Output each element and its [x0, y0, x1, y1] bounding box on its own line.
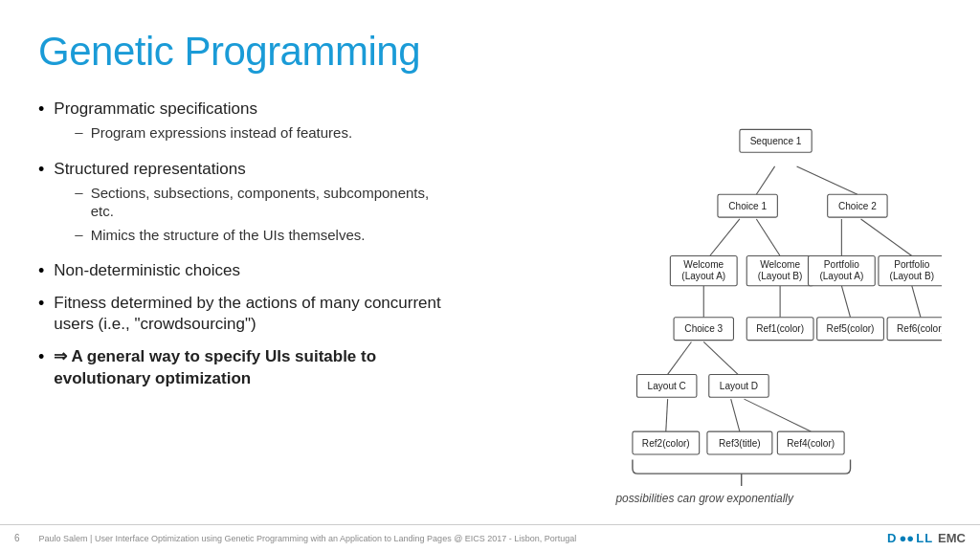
- bullet-dot-5: •: [38, 347, 44, 367]
- dell-brand: D: [887, 531, 897, 545]
- svg-line-10: [668, 342, 692, 374]
- node-portfolio-b: Portfolio (Layout B): [879, 256, 942, 286]
- node-ref5: Ref5(color): [817, 318, 884, 341]
- svg-text:Sequence 1: Sequence 1: [750, 136, 802, 146]
- svg-line-1: [797, 166, 858, 194]
- svg-text:Portfolio: Portfolio: [824, 259, 859, 270]
- node-choice3: Choice 3: [674, 318, 733, 341]
- svg-text:Ref3(title): Ref3(title): [719, 438, 761, 449]
- node-choice2: Choice 2: [828, 194, 887, 217]
- bullet-2: • Structured representations – Sections,…: [38, 159, 450, 250]
- slide: Genetic Programming • Programmatic speci…: [0, 0, 980, 551]
- svg-text:(Layout B): (Layout B): [758, 271, 803, 281]
- svg-line-12: [666, 399, 668, 431]
- svg-text:Welcome: Welcome: [683, 259, 724, 270]
- svg-line-0: [756, 166, 774, 194]
- left-panel: • Programmatic specifications – Program …: [38, 94, 450, 520]
- footer-text: Paulo Salem | User Interface Optimizatio…: [39, 534, 577, 543]
- node-ref2: Ref2(color): [633, 431, 700, 454]
- bullet-dot-3: •: [38, 261, 44, 281]
- node-ref1: Ref1(color): [746, 318, 813, 341]
- svg-text:(Layout A): (Layout A): [681, 271, 725, 281]
- svg-text:Layout D: Layout D: [720, 381, 758, 391]
- page-number: 6: [14, 533, 20, 543]
- bullet-text-4: Fitness determined by the actions of man…: [54, 293, 450, 335]
- content-area: • Programmatic specifications – Program …: [38, 94, 942, 520]
- svg-text:Ref4(color): Ref4(color): [787, 438, 835, 449]
- bullet-4: • Fitness determined by the actions of m…: [38, 293, 450, 335]
- node-sequence1: Sequence 1: [740, 129, 812, 152]
- dell-emc-text: LL: [916, 531, 933, 545]
- svg-line-11: [703, 342, 738, 374]
- svg-text:Choice 3: Choice 3: [684, 323, 723, 334]
- bullet-text-5: ⇒ A general way to specify UIs suitable …: [54, 346, 450, 388]
- node-layout-c: Layout C: [637, 374, 697, 397]
- sub-dash-1-1: –: [75, 123, 82, 140]
- sub-bullets-1: – Program expressions instead of feature…: [75, 123, 352, 143]
- svg-text:Welcome: Welcome: [760, 259, 800, 270]
- bullet-dot-1: •: [38, 99, 44, 120]
- right-panel: Sequence 1 Choice 1 Choice 2 Welcome (La…: [450, 94, 942, 520]
- svg-line-13: [731, 399, 740, 431]
- node-welcome-a: Welcome (Layout A): [670, 256, 737, 286]
- svg-text:Ref5(color): Ref5(color): [827, 323, 875, 334]
- emc-text: EMC: [938, 531, 966, 545]
- svg-line-9: [912, 286, 921, 318]
- node-portfolio-a: Portfolio (Layout A): [808, 256, 875, 286]
- svg-line-3: [756, 219, 780, 256]
- bullet-1: • Programmatic specifications – Program …: [38, 99, 450, 147]
- svg-text:Choice 2: Choice 2: [838, 201, 877, 211]
- sub-dash-2-2: –: [75, 226, 82, 242]
- svg-line-5: [861, 219, 912, 256]
- svg-text:Portfolio: Portfolio: [894, 259, 929, 270]
- sub-item-1-1: – Program expressions instead of feature…: [75, 123, 352, 143]
- sub-item-2-2: – Mimics the structure of the UIs themse…: [75, 226, 450, 245]
- bullet-dot-4: •: [38, 294, 44, 314]
- bullet-text-2: Structured representations: [54, 160, 245, 178]
- node-ref4: Ref4(color): [777, 431, 844, 454]
- sub-item-2-1: – Sections, subsections, components, sub…: [75, 184, 450, 221]
- svg-text:Ref2(color): Ref2(color): [642, 438, 690, 449]
- tree-diagram: Sequence 1 Choice 1 Choice 2 Welcome (La…: [450, 94, 942, 515]
- svg-line-14: [744, 399, 811, 431]
- svg-text:(Layout A): (Layout A): [819, 271, 863, 281]
- node-layout-d: Layout D: [709, 374, 768, 397]
- svg-text:Ref1(color): Ref1(color): [756, 323, 804, 334]
- svg-text:(Layout B): (Layout B): [890, 271, 935, 281]
- node-welcome-b: Welcome (Layout B): [746, 256, 813, 286]
- svg-text:Layout C: Layout C: [648, 381, 686, 391]
- sub-bullets-2: – Sections, subsections, components, sub…: [75, 184, 450, 245]
- sub-dash-2-1: –: [75, 184, 82, 200]
- tree-caption: possibilities can grow exponentially: [614, 492, 794, 505]
- bullet-3: • Non-deterministic choices: [38, 260, 450, 281]
- node-ref6: Ref6(color): [887, 318, 942, 341]
- footer: 6 Paulo Salem | User Interface Optimizat…: [0, 524, 980, 551]
- svg-line-2: [710, 219, 740, 256]
- dell-brand-2: ●●: [900, 531, 915, 545]
- sub-text-2-2: Mimics the structure of the UIs themselv…: [91, 226, 366, 245]
- bullet-text-3: Non-deterministic choices: [54, 260, 240, 281]
- bullet-dot-2: •: [38, 160, 44, 180]
- svg-text:Ref6(color): Ref6(color): [897, 323, 942, 334]
- dell-logo: D●●LLEMC: [887, 531, 966, 545]
- brace-bottom: [633, 459, 851, 474]
- sub-text-1-1: Program expressions instead of features.: [91, 123, 352, 143]
- bullet-text-1: Programmatic specifications: [54, 99, 257, 118]
- svg-text:Choice 1: Choice 1: [728, 201, 767, 211]
- svg-line-8: [841, 286, 850, 318]
- sub-text-2-1: Sections, subsections, components, subco…: [91, 184, 450, 221]
- node-choice1: Choice 1: [718, 194, 777, 217]
- slide-title: Genetic Programming: [38, 29, 942, 75]
- bullet-5: • ⇒ A general way to specify UIs suitabl…: [38, 346, 450, 388]
- node-ref3: Ref3(title): [707, 431, 772, 454]
